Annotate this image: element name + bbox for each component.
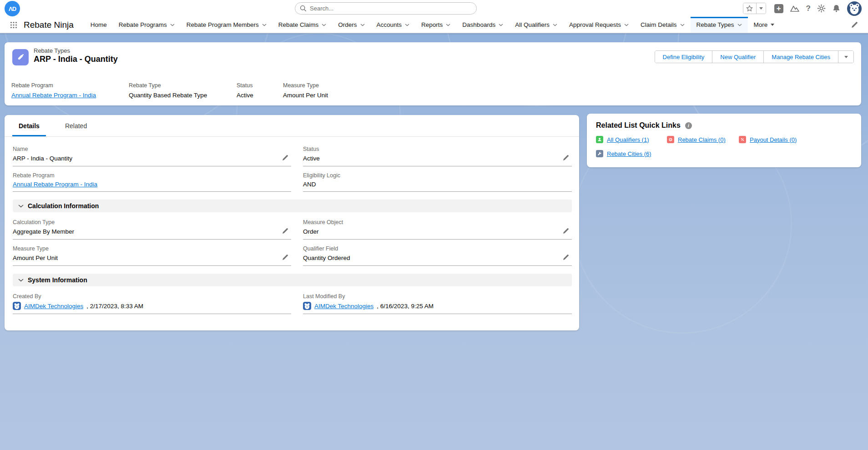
- chevron-down-icon: [322, 24, 326, 26]
- highlight-label: Measure Type: [283, 82, 328, 89]
- record-object-label: Rebate Types: [34, 47, 70, 54]
- tab-dashboards[interactable]: Dashboards: [456, 17, 509, 33]
- tab-rebate-claims[interactable]: Rebate Claims: [273, 17, 333, 33]
- created-by-user-link[interactable]: AIMDek Technologies: [24, 303, 83, 310]
- field-label: Last Modified By: [303, 293, 572, 300]
- all-qualifiers-link[interactable]: All Qualifiers (1): [607, 136, 649, 143]
- tab-related[interactable]: Related: [62, 115, 90, 136]
- define-eligibility-button[interactable]: Define Eligibility: [655, 51, 712, 63]
- tab-claim-details[interactable]: Claim Details: [635, 17, 691, 33]
- highlight-rebate-program: Rebate Program Annual Rebate Program - I…: [11, 82, 96, 99]
- user-avatar[interactable]: [847, 1, 862, 16]
- related-list-quick-links-title: Related List Quick Links: [596, 121, 681, 130]
- section-title: Calculation Information: [28, 202, 99, 210]
- tab-label: Rebate Program Members: [187, 21, 259, 28]
- edit-status-pencil-icon[interactable]: [561, 155, 571, 162]
- info-icon[interactable]: [685, 122, 692, 129]
- tab-rebate-types-selected[interactable]: Rebate Types: [691, 17, 748, 33]
- edit-navigation-pencil-icon[interactable]: [851, 21, 858, 28]
- tab-details[interactable]: Details: [16, 115, 42, 136]
- tab-accounts[interactable]: Accounts: [371, 17, 416, 33]
- field-label: Name: [13, 146, 291, 152]
- field-label: Calculation Type: [13, 219, 291, 225]
- guidance-center-icon[interactable]: [790, 5, 800, 12]
- tab-rebate-program-members[interactable]: Rebate Program Members: [181, 17, 273, 33]
- app-navigation-bar: Rebate Ninja Home Rebate Programs Rebate…: [0, 17, 868, 33]
- rebate-program-link[interactable]: Annual Rebate Program - India: [11, 92, 96, 99]
- org-logo: ΛD: [5, 1, 20, 16]
- payout-details-link[interactable]: Payout Details (0): [750, 136, 797, 143]
- more-caret-icon: [771, 24, 774, 26]
- tab-label: Approval Requests: [569, 21, 621, 28]
- highlight-measure-type: Measure Type Amount Per Unit: [283, 82, 328, 99]
- edit-name-pencil-icon[interactable]: [280, 155, 290, 162]
- field-value: Quantity Ordered: [303, 255, 350, 261]
- global-actions-icon[interactable]: [774, 4, 783, 13]
- last-modified-by-user-link[interactable]: AIMDek Technologies: [314, 303, 373, 310]
- section-calculation-information[interactable]: Calculation Information: [13, 200, 572, 212]
- edit-measure-type-pencil-icon[interactable]: [280, 254, 290, 262]
- field-eligibility-logic: Eligibility Logic AND: [303, 172, 572, 192]
- highlight-value: Active: [237, 92, 253, 99]
- tab-all-qualifiers[interactable]: All Qualifiers: [509, 17, 563, 33]
- tab-approval-requests[interactable]: Approval Requests: [563, 17, 635, 33]
- created-datetime: , 2/17/2023, 8:33 AM: [86, 303, 143, 310]
- tab-label: Rebate Types: [696, 21, 734, 28]
- rebate-claims-link[interactable]: Rebate Claims (0): [678, 136, 726, 143]
- tab-rebate-programs[interactable]: Rebate Programs: [113, 17, 181, 33]
- edit-qualifier-field-pencil-icon[interactable]: [561, 254, 571, 262]
- chevron-down-icon: [446, 24, 450, 26]
- field-name: Name ARP - India - Quantity: [13, 146, 291, 166]
- field-value: AND: [303, 181, 316, 188]
- help-icon[interactable]: [806, 4, 811, 13]
- related-list-quick-links-card: Related List Quick Links All Qualifiers …: [587, 114, 861, 167]
- tab-label: All Qualifiers: [515, 21, 550, 28]
- rebate-cities-link[interactable]: Rebate Cities (6): [607, 150, 651, 157]
- search-input[interactable]: [295, 2, 477, 15]
- new-qualifier-button[interactable]: New Qualifier: [712, 51, 763, 63]
- tab-label: Home: [91, 21, 107, 28]
- field-last-modified-by: Last Modified By AIMDek Technologies , 6…: [303, 293, 572, 314]
- field-label: Status: [303, 146, 572, 152]
- rebate-cities-icon: [596, 150, 603, 157]
- tab-label: Claim Details: [641, 21, 677, 28]
- chevron-down-icon: [680, 24, 685, 26]
- favorites-caret-icon[interactable]: [756, 3, 766, 14]
- user-avatar: [303, 302, 311, 310]
- edit-calculation-type-pencil-icon[interactable]: [280, 228, 290, 235]
- payout-details-icon: [739, 136, 746, 143]
- highlight-label: Rebate Type: [129, 82, 207, 89]
- tab-label: Rebate Programs: [119, 21, 167, 28]
- field-value: Amount Per Unit: [13, 255, 58, 261]
- details-tab-bar: Details Related: [5, 115, 579, 137]
- last-modified-datetime: , 6/16/2023, 9:25 AM: [377, 303, 434, 310]
- field-label: Created By: [13, 293, 291, 300]
- notifications-bell-icon[interactable]: [832, 4, 841, 13]
- record-action-buttons: Define Eligibility New Qualifier Manage …: [655, 50, 854, 63]
- tab-home[interactable]: Home: [85, 17, 113, 33]
- highlight-label: Status: [237, 82, 253, 89]
- favorites-star-icon[interactable]: [743, 3, 756, 14]
- setup-gear-icon[interactable]: [817, 4, 826, 13]
- highlight-value: Amount Per Unit: [283, 92, 328, 99]
- tab-label: Reports: [421, 21, 443, 28]
- chevron-down-icon: [624, 24, 629, 26]
- global-header-actions: [743, 0, 862, 17]
- org-logo-monogram: ΛD: [9, 5, 16, 12]
- rebate-program-link[interactable]: Annual Rebate Program - India: [13, 181, 97, 188]
- section-system-information[interactable]: System Information: [13, 274, 572, 286]
- app-launcher-icon[interactable]: [10, 21, 17, 29]
- tab-reports[interactable]: Reports: [415, 17, 456, 33]
- edit-measure-object-pencil-icon[interactable]: [561, 228, 571, 235]
- field-qualifier-field: Qualifier Field Quantity Ordered: [303, 245, 572, 266]
- more-actions-caret-button[interactable]: [838, 51, 853, 63]
- tab-label: Orders: [338, 21, 357, 28]
- chevron-down-icon: [170, 24, 175, 26]
- tab-more[interactable]: More: [748, 17, 781, 33]
- tab-orders[interactable]: Orders: [332, 17, 370, 33]
- chevron-down-icon: [360, 24, 365, 26]
- manage-rebate-cities-button[interactable]: Manage Rebate Cities: [763, 51, 838, 63]
- highlight-label: Rebate Program: [11, 82, 96, 89]
- quick-link-payout-details: Payout Details (0): [739, 136, 852, 143]
- record-title: ARP - India - Quantity: [34, 55, 118, 64]
